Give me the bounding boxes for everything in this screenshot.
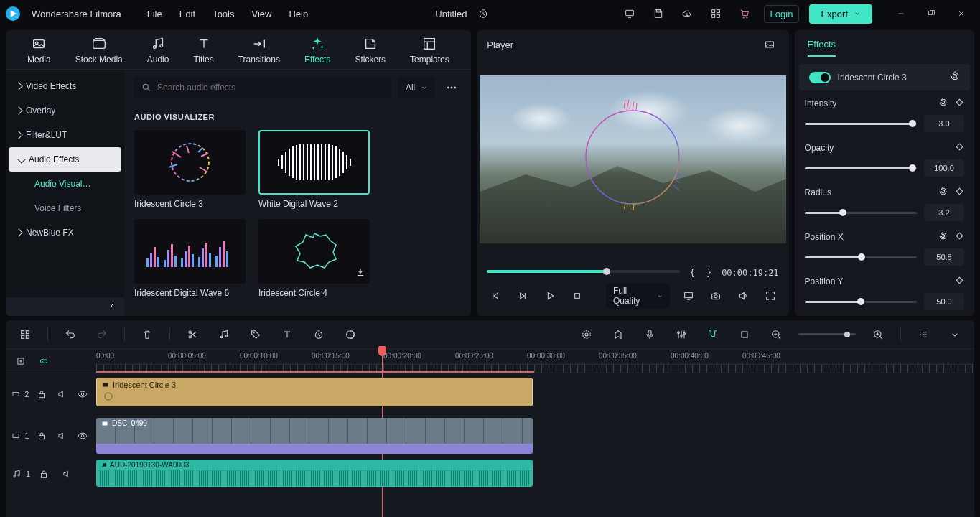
seekbar[interactable]: [487, 270, 679, 273]
prop-reset-icon[interactable]: [938, 231, 948, 243]
filter-dropdown[interactable]: All: [398, 77, 435, 98]
track-lock-icon[interactable]: [34, 465, 53, 483]
login-button[interactable]: Login: [764, 5, 800, 23]
sidebar-item-filterlut[interactable]: Filter&LUT: [6, 123, 124, 147]
download-icon[interactable]: [355, 267, 365, 279]
cut-icon[interactable]: [183, 325, 202, 344]
window-minimize[interactable]: [888, 4, 914, 24]
sidebar-item-videoeffects[interactable]: Video Effects: [6, 74, 124, 98]
list-icon[interactable]: [914, 325, 933, 344]
tab-audio[interactable]: Audio: [143, 36, 174, 69]
effect-enable-toggle[interactable]: [809, 72, 831, 83]
volume-icon[interactable]: [734, 287, 752, 305]
tab-media[interactable]: Media: [23, 36, 55, 69]
monitor-icon[interactable]: [620, 4, 639, 23]
keyframe-icon[interactable]: [955, 187, 964, 198]
prop-slider[interactable]: [805, 123, 917, 125]
menu-help[interactable]: Help: [289, 9, 308, 19]
marker-icon[interactable]: [609, 325, 627, 344]
apps-icon[interactable]: [706, 4, 725, 23]
clip-audio[interactable]: AUD-20190130-WA0003: [96, 460, 533, 487]
prop-value[interactable]: 100.0: [924, 159, 964, 177]
timeline-ruler[interactable]: 00:0000:00:05:0000:00:10:0000:00:15:0000…: [96, 349, 974, 373]
keyframe-icon[interactable]: [955, 98, 964, 109]
thumb-iridescent-circle-3[interactable]: Iridescent Circle 3: [134, 130, 246, 209]
quality-dropdown[interactable]: Full Quality: [606, 283, 670, 309]
prev-frame-icon[interactable]: [487, 287, 504, 305]
menu-edit[interactable]: Edit: [179, 9, 195, 19]
keyframe-icon[interactable]: [955, 142, 964, 154]
clip-effect[interactable]: Iridescent Circle 3: [96, 378, 533, 406]
video-monitor[interactable]: [480, 75, 785, 243]
sidebar-sub-audiovisualizer[interactable]: Audio Visual…: [6, 172, 124, 196]
props-tab-effects[interactable]: Effects: [808, 39, 836, 57]
mark-out[interactable]: }: [706, 268, 711, 278]
more-icon[interactable]: [442, 78, 461, 97]
effect-reset-icon[interactable]: [950, 71, 960, 83]
render-icon[interactable]: [577, 325, 596, 344]
cloud-icon[interactable]: [678, 4, 696, 23]
thumb-white-digital-wave-2[interactable]: White Digital Wave 2: [258, 130, 370, 209]
zoom-out-icon[interactable]: [767, 325, 785, 344]
thumb-iridescent-digital-wave-6[interactable]: Iridescent Digital Wave 6: [134, 219, 246, 298]
prop-value[interactable]: 3.2: [924, 204, 964, 221]
track-lock-icon[interactable]: [33, 385, 50, 404]
tab-titles[interactable]: Titles: [189, 36, 218, 69]
tab-transitions[interactable]: Transitions: [234, 36, 284, 69]
sidebar-item-overlay[interactable]: Overlay: [6, 98, 124, 123]
snap-icon[interactable]: [704, 325, 722, 344]
prop-slider[interactable]: [805, 256, 917, 258]
prop-slider[interactable]: [805, 301, 917, 303]
thumb-iridescent-circle-4[interactable]: Iridescent Circle 4: [258, 219, 370, 298]
menu-tools[interactable]: Tools: [213, 9, 234, 19]
keyframe-icon[interactable]: [955, 276, 964, 287]
link-icon[interactable]: [34, 352, 53, 371]
prop-value[interactable]: 50.0: [924, 293, 964, 310]
mixer-icon[interactable]: [672, 325, 691, 344]
tag-icon[interactable]: [246, 325, 265, 344]
display-icon[interactable]: [680, 287, 697, 305]
sidebar-sub-voicefilters[interactable]: Voice Filters: [6, 196, 124, 220]
sidebar-item-newbluefx[interactable]: NewBlue FX: [6, 220, 124, 245]
track-mute-icon[interactable]: [57, 465, 76, 483]
music-beat-icon[interactable]: [215, 325, 233, 344]
crop-icon[interactable]: [735, 325, 754, 344]
sidebar-item-audioeffects[interactable]: Audio Effects: [9, 147, 121, 172]
delete-icon[interactable]: [138, 325, 157, 344]
prop-value[interactable]: 50.8: [924, 248, 964, 266]
track-mute-icon[interactable]: [54, 385, 70, 404]
camera-icon[interactable]: [707, 287, 724, 305]
prop-slider[interactable]: [805, 212, 917, 214]
track-mute-icon[interactable]: [54, 427, 70, 445]
stop-icon[interactable]: [569, 287, 586, 305]
track-visible-icon[interactable]: [74, 427, 90, 445]
prop-reset-icon[interactable]: [938, 98, 948, 109]
prop-slider[interactable]: [805, 167, 917, 169]
play-icon[interactable]: [541, 287, 559, 305]
search-input[interactable]: [134, 77, 391, 98]
keyframe-icon[interactable]: [955, 231, 964, 243]
search-field[interactable]: [157, 83, 384, 93]
tab-stockmedia[interactable]: Stock Media: [71, 36, 127, 69]
sidebar-collapse-icon[interactable]: [108, 302, 117, 312]
cart-icon[interactable]: [735, 4, 754, 23]
menu-file[interactable]: File: [147, 9, 162, 19]
track-lock-icon[interactable]: [33, 427, 50, 445]
save-icon[interactable]: [649, 4, 668, 23]
fullscreen-icon[interactable]: [762, 287, 779, 305]
speed-icon[interactable]: [309, 325, 328, 344]
timer-icon[interactable]: [474, 4, 493, 23]
clip-video[interactable]: DSC_0490: [96, 418, 533, 454]
prop-reset-icon[interactable]: [938, 187, 948, 198]
track-visible-icon[interactable]: [74, 385, 90, 404]
export-button[interactable]: Export: [809, 4, 872, 24]
menu-view[interactable]: View: [251, 9, 271, 19]
layout-icon[interactable]: [16, 325, 34, 344]
zoom-in-icon[interactable]: [869, 325, 887, 344]
mark-in[interactable]: {: [690, 268, 695, 278]
text-icon[interactable]: [278, 325, 297, 344]
prop-value[interactable]: 3.0: [924, 115, 964, 132]
dropdown-icon[interactable]: [946, 325, 964, 344]
tab-templates[interactable]: Templates: [406, 36, 454, 69]
tab-effects[interactable]: Effects: [300, 36, 335, 69]
